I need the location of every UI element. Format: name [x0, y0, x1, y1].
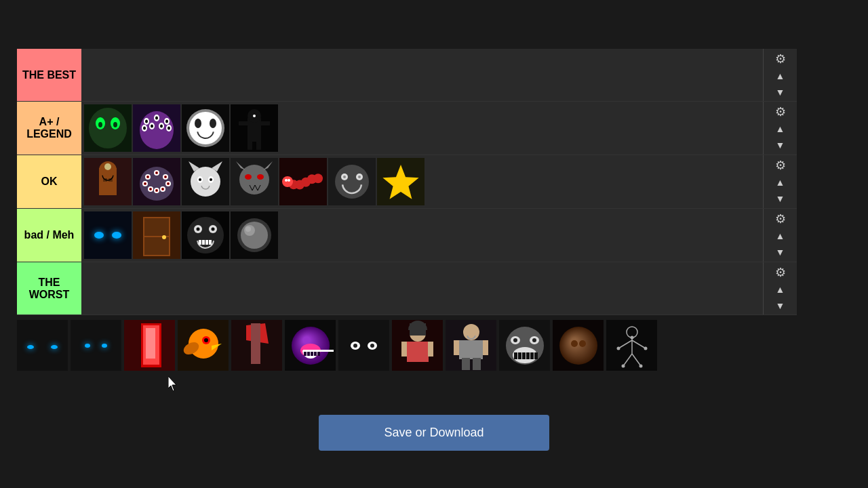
list-item[interactable]	[446, 320, 496, 371]
tier-content-bad[interactable]	[81, 209, 763, 262]
list-item[interactable]	[231, 104, 278, 152]
move-down-ok[interactable]: ▼	[774, 192, 787, 205]
tier-row-best: THE BEST ⚙ ▲ ▼	[17, 49, 797, 102]
move-up-worst[interactable]: ▲	[774, 283, 787, 296]
list-item[interactable]	[182, 158, 229, 205]
list-item[interactable]	[279, 158, 327, 205]
list-item[interactable]	[84, 104, 132, 152]
tier-controls-ok: ⚙ ▲ ▼	[763, 155, 797, 208]
tier-label-best: THE BEST	[17, 49, 81, 101]
tier-label-legend: A+ / LEGEND	[17, 102, 81, 155]
list-item[interactable]	[17, 320, 68, 371]
tier-controls-legend: ⚙ ▲ ▼	[763, 102, 797, 155]
list-item[interactable]	[231, 211, 278, 259]
list-item[interactable]	[231, 320, 282, 371]
list-item[interactable]	[133, 104, 180, 152]
list-item[interactable]	[71, 320, 121, 371]
character-pool	[17, 313, 831, 378]
list-item[interactable]	[231, 158, 278, 205]
list-item[interactable]	[133, 211, 180, 259]
list-item[interactable]	[499, 320, 550, 371]
gear-icon-ok[interactable]: ⚙	[775, 158, 786, 173]
move-down-bad[interactable]: ▼	[774, 245, 787, 259]
tier-controls-best: ⚙ ▲ ▼	[763, 49, 797, 101]
move-up-ok[interactable]: ▲	[774, 176, 787, 189]
list-item[interactable]	[338, 320, 389, 371]
list-item[interactable]	[84, 158, 132, 205]
tier-content-worst[interactable]	[81, 262, 763, 314]
list-item[interactable]	[606, 320, 657, 371]
gear-icon-best[interactable]: ⚙	[775, 52, 786, 66]
tier-list-container: THE BEST ⚙ ▲ ▼ A+ / LEGEND	[17, 49, 797, 315]
tier-row-worst: THE WORST ⚙ ▲ ▼	[17, 262, 797, 315]
list-item[interactable]	[182, 104, 229, 152]
tier-content-ok[interactable]	[81, 155, 763, 208]
cursor	[168, 376, 179, 391]
tier-controls-worst: ⚙ ▲ ▼	[763, 262, 797, 314]
gear-icon-bad[interactable]: ⚙	[775, 211, 786, 226]
svg-marker-0	[168, 376, 176, 391]
tier-label-bad: bad / Meh	[17, 209, 81, 262]
list-item[interactable]	[285, 320, 336, 371]
list-item[interactable]	[133, 158, 180, 205]
move-up-bad[interactable]: ▲	[774, 229, 787, 243]
tier-row-ok: OK ⚙ ▲	[17, 155, 797, 209]
list-item[interactable]	[84, 211, 132, 259]
tier-row-bad: bad / Meh ⚙ ▲ ▼	[17, 209, 797, 262]
list-item[interactable]	[178, 320, 229, 371]
tier-row-legend: A+ / LEGEND ⚙ ▲ ▼	[17, 102, 797, 155]
tier-label-ok: OK	[17, 155, 81, 208]
tier-controls-bad: ⚙ ▲ ▼	[763, 209, 797, 262]
move-up-legend[interactable]: ▲	[774, 122, 787, 136]
move-up-best[interactable]: ▲	[774, 69, 787, 83]
list-item[interactable]	[328, 158, 376, 205]
move-down-best[interactable]: ▼	[774, 85, 787, 99]
list-item[interactable]	[553, 320, 604, 371]
tier-content-legend[interactable]	[81, 102, 763, 155]
list-item[interactable]	[182, 211, 229, 259]
save-download-button[interactable]: Save or Download	[319, 415, 549, 451]
gear-icon-worst[interactable]: ⚙	[775, 265, 786, 280]
gear-icon-legend[interactable]: ⚙	[775, 104, 786, 119]
save-download-container: Save or Download	[319, 415, 549, 451]
list-item[interactable]	[377, 158, 425, 205]
tier-label-worst: THE WORST	[17, 262, 81, 314]
move-down-legend[interactable]: ▼	[774, 138, 787, 152]
move-down-worst[interactable]: ▼	[774, 299, 787, 312]
list-item[interactable]	[124, 320, 175, 371]
tier-content-best[interactable]	[81, 49, 763, 101]
list-item[interactable]	[392, 320, 443, 371]
